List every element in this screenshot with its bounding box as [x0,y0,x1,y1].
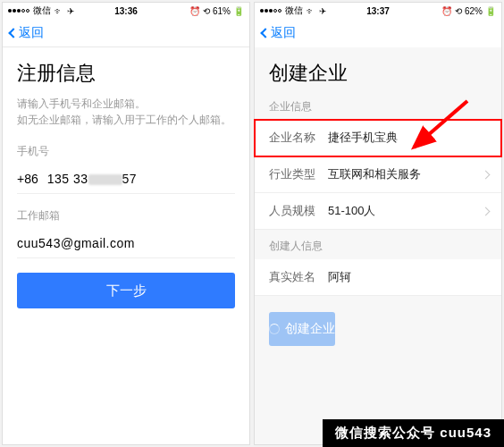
company-name-label: 企业名称 [269,130,328,146]
nav-bar: 返回 [3,19,249,47]
back-label: 返回 [271,25,296,41]
section-company-info: 企业信息 [255,96,501,120]
content: 创建企业 企业信息 企业名称 捷径手机宝典 行业类型 互联网和相关服务 人员规模… [255,47,501,444]
back-button[interactable]: 返回 [262,25,296,41]
email-field[interactable]: cuu543@gmail.com [17,229,235,258]
alarm-icon: ⏰ [189,6,200,16]
plane-icon: ✈ [67,6,74,16]
plane-icon: ✈ [319,6,326,16]
create-company-label: 创建企业 [285,321,335,337]
rotation-lock-icon: ⟲ [203,6,210,16]
email-value: cuu543@gmail.com [17,236,235,250]
rotation-lock-icon: ⟲ [455,6,462,16]
phone-value: 135 3357 [47,172,235,186]
promo-banner: 微信搜索公众号 cuu543 [323,419,504,447]
company-name-row[interactable]: 企业名称 捷径手机宝典 [255,120,501,156]
clock-label: 13:37 [366,6,390,16]
page-title: 注册信息 [17,60,235,87]
phone-field[interactable]: +86 135 3357 [17,164,235,194]
page-subtitle: 请输入手机号和企业邮箱。 如无企业邮箱，请输入用于工作的个人邮箱。 [17,96,235,128]
industry-row[interactable]: 行业类型 互联网和相关服务 [255,156,501,193]
battery-icon: 🔋 [233,6,244,16]
phone-label: 手机号 [17,144,235,159]
email-label: 工作邮箱 [17,208,235,224]
next-button-label: 下一步 [106,283,147,299]
content: 注册信息 请输入手机号和企业邮箱。 如无企业邮箱，请输入用于工作的个人邮箱。 手… [3,47,249,444]
scale-value: 51-100人 [328,203,487,219]
chevron-left-icon [260,28,270,38]
blurred-digits [88,174,122,185]
battery-icon: 🔋 [485,6,496,16]
clock-label: 13:36 [114,6,138,16]
scale-row[interactable]: 人员规模 51-100人 [255,193,501,230]
phone-left: 微信 ᯤ ✈ 13:36 ⏰ ⟲ 61% 🔋 返回 注册信息 请输入手机号和企业… [2,2,250,445]
wifi-icon: ᯤ [307,6,315,16]
back-label: 返回 [19,25,44,41]
signal-icon [8,9,29,13]
chevron-left-icon [8,28,18,38]
industry-label: 行业类型 [269,166,328,182]
nav-bar: 返回 [255,19,501,47]
company-name-value: 捷径手机宝典 [328,130,487,146]
back-button[interactable]: 返回 [10,25,44,41]
section-creator-info: 创建人信息 [255,235,501,259]
wifi-icon: ᯤ [55,6,63,16]
signal-icon [260,9,281,13]
phone-prefix: +86 [17,172,38,186]
scale-label: 人员规模 [269,203,328,219]
battery-label: 61% [213,6,231,16]
carrier-label: 微信 [33,4,51,17]
alarm-icon: ⏰ [441,6,452,16]
carrier-label: 微信 [285,4,303,17]
page-title: 创建企业 [255,60,501,87]
real-name-value: 阿轲 [328,269,487,285]
industry-value: 互联网和相关服务 [328,166,487,182]
phone-right: 微信 ᯤ ✈ 13:37 ⏰ ⟲ 62% 🔋 返回 创建企业 企业信息 企业名称 [254,2,502,445]
real-name-label: 真实姓名 [269,269,328,285]
create-company-button[interactable]: 创建企业 [269,312,335,346]
spinner-icon [269,324,280,334]
next-button[interactable]: 下一步 [17,273,235,308]
status-bar: 微信 ᯤ ✈ 13:36 ⏰ ⟲ 61% 🔋 [3,3,249,19]
battery-label: 62% [465,6,483,16]
real-name-row[interactable]: 真实姓名 阿轲 [255,259,501,296]
status-bar: 微信 ᯤ ✈ 13:37 ⏰ ⟲ 62% 🔋 [255,3,501,19]
